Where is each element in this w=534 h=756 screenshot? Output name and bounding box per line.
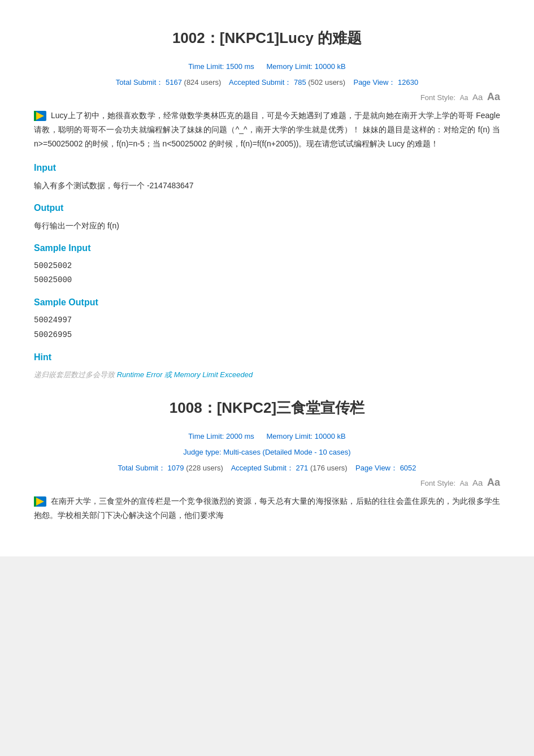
- font-style-label-1: Font Style:: [420, 93, 455, 102]
- p2-page-view-label: Page View：: [355, 464, 398, 472]
- accepted-submit-value: 785: [294, 78, 306, 87]
- problem-2-description: 在南开大学，三食堂外的宣传栏是一个竞争很激烈的资源，每天总有大量的海报张贴，后贴…: [34, 494, 500, 522]
- hint-prefix-1: 递归嵌套层数过多会导致: [34, 370, 117, 379]
- p2-total-submit-label: Total Submit：: [118, 464, 166, 472]
- output-content-1: 每行输出一个对应的 f(n): [34, 219, 500, 233]
- accepted-submit-label: Accepted Submit：: [229, 78, 292, 87]
- sample-output-box-1: 50024997 50026995: [34, 313, 500, 342]
- font-style-label-2: Font Style:: [420, 479, 455, 487]
- font-aa-small-1[interactable]: Aa: [460, 94, 468, 102]
- meta-submit-row: Total Submit： 5167 (824 users) Accepted …: [34, 75, 500, 90]
- problem-1-desc-text: Lucy上了初中，她很喜欢数学，经常做数学奥林匹克的题目，可是今天她遇到了难题，…: [34, 111, 500, 148]
- p2-limits-row: Time Limit: 2000 ms Memory Limit: 10000 …: [34, 429, 500, 444]
- problem-2-title: 1008：[NKPC2]三食堂宣传栏: [34, 398, 500, 418]
- problem-icon-2: [34, 496, 46, 507]
- output-title-1: Output: [34, 203, 500, 213]
- problem-2-meta: Time Limit: 2000 ms Memory Limit: 10000 …: [34, 429, 500, 476]
- font-aa-small-2[interactable]: Aa: [460, 479, 468, 487]
- svg-rect-5: [34, 496, 36, 507]
- hint-content-1: 递归嵌套层数过多会导致 Runtime Error 或 Memory Limit…: [34, 368, 500, 381]
- hint-title-1: Hint: [34, 352, 500, 362]
- total-submit-users: (824 users): [184, 78, 222, 87]
- sample-input-line-1: 50025002: [34, 259, 500, 273]
- p2-time-limit-value: 2000 ms: [226, 432, 254, 440]
- p2-judge-row: Judge type: Multi-cases (Detailed Mode -…: [34, 445, 500, 460]
- sample-output-title-1: Sample Output: [34, 297, 500, 308]
- p2-page-view-value: 6052: [400, 464, 416, 472]
- font-aa-mid-1[interactable]: Aa: [472, 92, 483, 102]
- meta-limits-row: Time Limit: 1500 ms Memory Limit: 10000 …: [34, 59, 500, 74]
- p2-memory-limit-label: Memory Limit:: [267, 432, 313, 440]
- sample-input-title-1: Sample Input: [34, 243, 500, 253]
- problem-1: 1002：[NKPC1]Lucy 的难题 Time Limit: 1500 ms…: [34, 28, 500, 381]
- font-style-row-1: Font Style: Aa Aa Aa: [34, 91, 500, 103]
- input-content-1: 输入有多个测试数据，每行一个 -2147483647: [34, 179, 500, 193]
- p2-total-submit-users: (228 users): [186, 464, 223, 472]
- hint-italic-1: Runtime Error 或 Memory Limit Exceeded: [117, 370, 253, 379]
- font-aa-large-2[interactable]: Aa: [487, 477, 500, 488]
- total-submit-value: 5167: [166, 78, 182, 87]
- page-view-value: 12630: [398, 78, 418, 87]
- sample-input-box-1: 50025002 50025000: [34, 259, 500, 287]
- font-style-row-2: Font Style: Aa Aa Aa: [34, 477, 500, 489]
- memory-limit-label: Memory Limit:: [267, 62, 313, 71]
- p2-accepted-submit-users: (176 users): [310, 464, 348, 472]
- input-title-1: Input: [34, 163, 500, 173]
- problem-1-description: Lucy上了初中，她很喜欢数学，经常做数学奥林匹克的题目，可是今天她遇到了难题，…: [34, 109, 500, 152]
- problem-2-desc-text: 在南开大学，三食堂外的宣传栏是一个竞争很激烈的资源，每天总有大量的海报张贴，后贴…: [34, 496, 500, 520]
- page-wrapper: 1002：[NKPC1]Lucy 的难题 Time Limit: 1500 ms…: [0, 0, 534, 556]
- page-view-label: Page View：: [353, 78, 396, 87]
- sample-input-line-2: 50025000: [34, 273, 500, 287]
- p2-submit-row: Total Submit： 1079 (228 users) Accepted …: [34, 461, 500, 476]
- p2-judge-type-value: Multi-cases (Detailed Mode - 10 cases): [223, 448, 350, 456]
- svg-rect-2: [34, 111, 36, 121]
- accepted-submit-users: (502 users): [308, 78, 345, 87]
- p2-accepted-submit-value: 271: [296, 464, 309, 472]
- problem-2: 1008：[NKPC2]三食堂宣传栏 Time Limit: 2000 ms M…: [34, 398, 500, 522]
- sample-output-line-2: 50026995: [34, 328, 500, 342]
- problem-1-meta: Time Limit: 1500 ms Memory Limit: 10000 …: [34, 59, 500, 90]
- time-limit-label: Time Limit:: [188, 62, 224, 71]
- memory-limit-value: 10000 kB: [315, 62, 346, 71]
- p2-time-limit-label: Time Limit:: [188, 432, 224, 440]
- p2-total-submit-value: 1079: [168, 464, 184, 472]
- total-submit-label: Total Submit：: [116, 78, 164, 87]
- problem-1-title: 1002：[NKPC1]Lucy 的难题: [34, 28, 500, 48]
- sample-output-line-1: 50024997: [34, 313, 500, 327]
- font-aa-large-1[interactable]: Aa: [487, 91, 500, 102]
- p2-memory-limit-value: 10000 kB: [315, 432, 346, 440]
- time-limit-value: 1500 ms: [226, 62, 254, 71]
- problem-icon-1: [34, 111, 46, 121]
- p2-accepted-submit-label: Accepted Submit：: [231, 464, 294, 472]
- p2-judge-type-label: Judge type:: [183, 448, 221, 456]
- font-aa-mid-2[interactable]: Aa: [472, 478, 483, 487]
